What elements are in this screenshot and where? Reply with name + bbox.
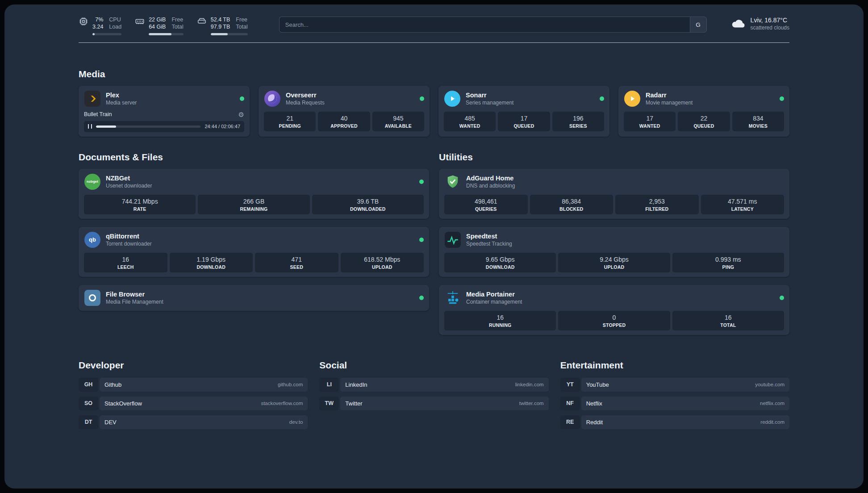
bookmarks-grid: Developer GH Githubgithub.com SO StackOv… xyxy=(79,360,789,429)
service-card-radarr[interactable]: Radarr Movie management 17WANTED 22QUEUE… xyxy=(618,86,789,137)
now-playing-title: Bullet Train xyxy=(84,111,112,117)
search-bar: G xyxy=(279,17,707,33)
service-name: Sonarr xyxy=(466,92,513,99)
service-name: qBittorrent xyxy=(106,233,152,240)
disk-readout: 52.4 TB Free 97.9 TB Total xyxy=(211,16,248,35)
qbittorrent-icon: qb xyxy=(84,231,101,248)
media-grid: Plex Media server Bullet Train ⚙ 24:44 /… xyxy=(79,86,789,137)
header-divider xyxy=(79,42,789,43)
bookmark-stackoverflow[interactable]: SO StackOverflowstackoverflow.com xyxy=(79,397,308,410)
adguard-icon xyxy=(444,173,461,190)
pause-button[interactable] xyxy=(88,124,92,129)
service-card-portainer[interactable]: Media Portainer Container management 16R… xyxy=(439,285,789,335)
disk-total: 97.9 TB xyxy=(211,23,230,30)
service-subtitle: Media File Management xyxy=(106,299,163,305)
bookmark-abbr: TW xyxy=(319,397,339,410)
speedtest-icon xyxy=(444,231,461,248)
memory-meter xyxy=(149,33,184,35)
stat-filtered: 2,953FILTERED xyxy=(615,195,699,214)
stat-wanted: 17WANTED xyxy=(624,112,676,131)
sonarr-icon xyxy=(444,90,461,107)
service-subtitle: DNS and adblocking xyxy=(466,183,515,189)
top-bar: 7% CPU 3.24 Load xyxy=(79,16,789,35)
cpu-load: 3.24 xyxy=(92,23,103,30)
status-dot xyxy=(420,96,424,101)
bookmark-abbr: GH xyxy=(79,378,98,392)
bookmark-dev[interactable]: DT DEVdev.to xyxy=(79,415,308,429)
weather-location: Lviv, 16.87°C xyxy=(751,17,789,24)
bookmark-group-entertainment: Entertainment YT YouTubeyoutube.com NF N… xyxy=(560,360,789,429)
stat-download: 9.65 GbpsDOWNLOAD xyxy=(444,253,556,272)
bookmark-github[interactable]: GH Githubgithub.com xyxy=(79,378,308,392)
bookmark-twitter[interactable]: TW Twittertwitter.com xyxy=(319,397,548,410)
service-card-adguard[interactable]: AdGuard Home DNS and adblocking 498,461Q… xyxy=(439,169,789,219)
status-dot xyxy=(240,96,244,101)
memory-widget: 22 GiB Free 64 GiB Total xyxy=(135,16,184,35)
bookmark-group-title: Developer xyxy=(79,360,308,371)
service-subtitle: Container management xyxy=(466,299,522,305)
memory-free: 22 GiB xyxy=(149,16,166,23)
memory-free-label: Free xyxy=(171,16,183,23)
cpu-meter xyxy=(92,33,121,35)
stat-approved: 40APPROVED xyxy=(318,112,370,131)
plex-icon xyxy=(84,90,101,107)
stat-ping: 0.993 msPING xyxy=(672,253,784,272)
service-card-speedtest[interactable]: Speedtest Speedtest Tracking 9.65 GbpsDO… xyxy=(439,227,789,277)
stat-blocked: 86,384BLOCKED xyxy=(530,195,613,214)
bookmark-group-developer: Developer GH Githubgithub.com SO StackOv… xyxy=(79,360,308,429)
documents-column: Documents & Files nzbget NZBGet Usenet d… xyxy=(79,152,429,311)
service-card-plex[interactable]: Plex Media server Bullet Train ⚙ 24:44 /… xyxy=(79,86,250,137)
stat-running: 16RUNNING xyxy=(444,311,556,330)
bookmark-reddit[interactable]: RE Redditreddit.com xyxy=(560,415,789,429)
service-name: Speedtest xyxy=(466,233,512,240)
section-title-utilities: Utilities xyxy=(439,152,789,163)
overseerr-icon xyxy=(264,90,281,107)
disk-widget: 52.4 TB Free 97.9 TB Total xyxy=(197,16,248,35)
playback-progress[interactable] xyxy=(96,125,200,128)
media-player-bar: 24:44 / 02:06:47 xyxy=(84,121,244,132)
filebrowser-icon xyxy=(84,289,101,306)
service-name: Radarr xyxy=(646,92,693,99)
disk-free-label: Free xyxy=(236,16,247,23)
gear-icon[interactable]: ⚙ xyxy=(238,111,244,118)
stat-remaining: 266 GBREMAINING xyxy=(198,195,309,214)
service-card-qbittorrent[interactable]: qb qBittorrent Torrent downloader 16LEEC… xyxy=(79,227,429,277)
bookmark-abbr: SO xyxy=(79,397,98,410)
service-card-nzbget[interactable]: nzbget NZBGet Usenet downloader 744.21 M… xyxy=(79,169,429,219)
stat-wanted: 485WANTED xyxy=(444,112,496,131)
bookmark-youtube[interactable]: YT YouTubeyoutube.com xyxy=(560,378,789,392)
section-title-documents: Documents & Files xyxy=(79,152,429,163)
bookmark-abbr: RE xyxy=(560,415,580,429)
service-card-overseerr[interactable]: Overseerr Media Requests 21PENDING 40APP… xyxy=(259,86,430,137)
memory-total: 64 GiB xyxy=(149,23,166,30)
stat-upload: 9.24 GbpsUPLOAD xyxy=(558,253,670,272)
service-subtitle: Series management xyxy=(466,100,513,106)
cpu-load-label: Load xyxy=(109,23,121,30)
stat-leech: 16LEECH xyxy=(84,253,167,272)
bookmark-abbr: NF xyxy=(560,397,580,410)
stat-series: 196SERIES xyxy=(552,112,604,131)
status-dot xyxy=(780,296,784,300)
search-input[interactable] xyxy=(279,17,690,33)
bookmark-group-title: Social xyxy=(319,360,548,371)
weather-condition: scattered clouds xyxy=(751,25,789,31)
stat-pending: 21PENDING xyxy=(264,112,316,131)
disk-meter xyxy=(211,33,248,35)
stat-download: 1.19 GbpsDOWNLOAD xyxy=(170,253,253,272)
bookmark-netflix[interactable]: NF Netflixnetflix.com xyxy=(560,397,789,410)
bookmark-linkedin[interactable]: LI LinkedInlinkedin.com xyxy=(319,378,548,392)
search-provider-button[interactable]: G xyxy=(690,17,707,33)
bookmark-group-social: Social LI LinkedInlinkedin.com TW Twitte… xyxy=(319,360,548,429)
service-card-filebrowser[interactable]: File Browser Media File Management xyxy=(79,285,429,311)
portainer-icon xyxy=(444,289,461,306)
service-card-sonarr[interactable]: Sonarr Series management 485WANTED 17QUE… xyxy=(438,86,609,137)
status-dot xyxy=(419,180,424,184)
cpu-widget: 7% CPU 3.24 Load xyxy=(79,16,121,35)
stat-seed: 471SEED xyxy=(255,253,338,272)
service-name: AdGuard Home xyxy=(466,175,515,182)
status-dot xyxy=(419,238,424,242)
stat-total: 16TOTAL xyxy=(672,311,784,330)
bookmark-abbr: LI xyxy=(319,378,339,392)
cpu-readout: 7% CPU 3.24 Load xyxy=(92,16,121,35)
service-name: NZBGet xyxy=(106,175,152,182)
